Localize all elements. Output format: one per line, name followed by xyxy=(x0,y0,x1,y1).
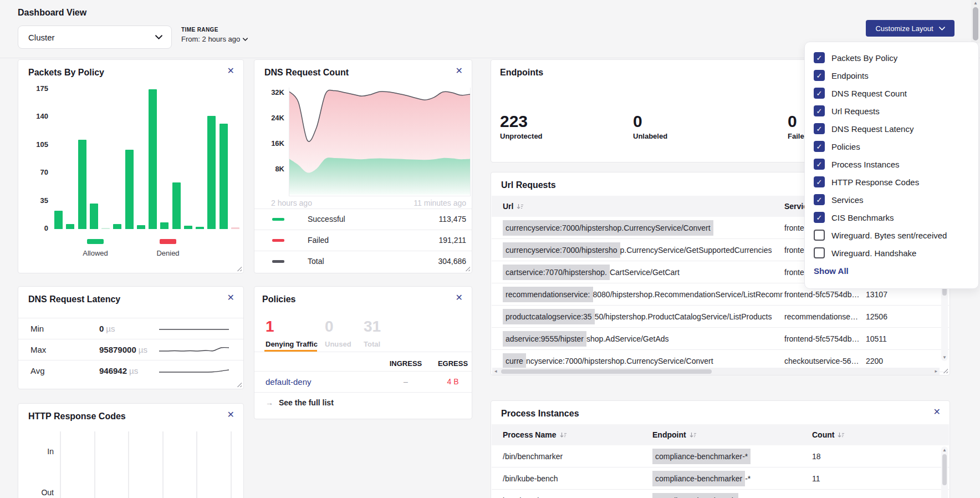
menu-item-endpoints[interactable]: ✓Endpoints xyxy=(805,67,978,84)
checkbox-checked-icon[interactable]: ✓ xyxy=(814,141,825,152)
page-scrollbar[interactable]: ▲ xyxy=(971,0,980,43)
menu-item-dns-request-latency[interactable]: ✓DNS Request Latency xyxy=(805,120,978,138)
resize-handle[interactable] xyxy=(465,266,470,271)
scrollbar-thumb[interactable] xyxy=(501,369,712,374)
checkbox-checked-icon[interactable]: ✓ xyxy=(814,70,825,81)
policy-link-default-deny[interactable]: default-deny xyxy=(266,377,312,387)
legend-label: Successful xyxy=(308,215,345,223)
count-cell: 18 xyxy=(812,445,862,467)
table-row[interactable]: productcatalogservice:3550/hipstershop.P… xyxy=(492,306,949,328)
menu-item-label: DNS Request Count xyxy=(831,89,907,98)
column-header-count[interactable]: Count xyxy=(812,424,845,445)
view-selector-value: Cluster xyxy=(28,33,55,42)
resize-handle[interactable] xyxy=(237,382,242,387)
checkbox-checked-icon[interactable]: ✓ xyxy=(814,212,825,223)
tab-denying-traffic[interactable]: Denying Traffic xyxy=(266,340,318,348)
checkbox-checked-icon[interactable]: ✓ xyxy=(814,176,825,187)
scrollbar-thumb[interactable] xyxy=(942,454,947,485)
checkbox-checked-icon[interactable]: ✓ xyxy=(814,105,825,116)
close-icon[interactable]: ✕ xyxy=(456,293,463,302)
sort-icon[interactable] xyxy=(517,204,524,210)
checkbox-checked-icon[interactable]: ✓ xyxy=(814,194,825,205)
row-label-out: Out xyxy=(32,488,54,497)
menu-item-label: Process Instances xyxy=(831,160,900,169)
vertical-scrollbar[interactable]: ▲ xyxy=(941,446,948,498)
column-header-egress: EGRESS xyxy=(432,359,474,368)
close-icon[interactable]: ✕ xyxy=(933,408,941,416)
close-icon[interactable]: ✕ xyxy=(227,293,234,302)
view-selector[interactable]: Cluster xyxy=(18,26,172,49)
y-axis-label: 105 xyxy=(23,140,48,149)
sort-icon[interactable] xyxy=(838,432,845,438)
table-row[interactable]: /bin/kube-benchcompliance-benchmarker-*1… xyxy=(492,467,949,490)
menu-item-wireguard-bytes-sent-received[interactable]: Wireguard. Bytes sent/received xyxy=(805,226,978,244)
menu-item-label: CIS Benchmarks xyxy=(831,213,894,222)
column-header-endpoint[interactable]: Endpoint xyxy=(652,424,697,445)
table-row[interactable]: benchmarkercompliance-benchmarker-*9 xyxy=(492,490,949,498)
y-axis-label: 70 xyxy=(23,168,48,176)
divider xyxy=(254,392,472,393)
menu-item-process-instances[interactable]: ✓Process Instances xyxy=(805,155,978,173)
tab-unused[interactable]: Unused xyxy=(325,340,351,348)
y-axis-label: 8K xyxy=(259,165,284,173)
scroll-right-arrow-icon[interactable]: ▸ xyxy=(935,368,937,374)
checkbox-checked-icon[interactable]: ✓ xyxy=(814,52,825,63)
menu-item-dns-request-count[interactable]: ✓DNS Request Count xyxy=(805,84,978,102)
latency-value: 0 xyxy=(99,324,104,333)
http-response-codes-card: HTTP Response Codes ✕ In Out xyxy=(18,403,244,498)
url-rest: shop.AdService/GetAds xyxy=(586,334,669,343)
checkbox-unchecked-icon[interactable] xyxy=(814,230,825,241)
resize-handle[interactable] xyxy=(237,266,242,271)
url-highlight: currencyservice:7000/hipstershop.Currenc… xyxy=(503,220,713,236)
table-row[interactable]: adservice:9555/hipstershop.AdService/Get… xyxy=(492,328,949,350)
menu-item-cis-benchmarks[interactable]: ✓CIS Benchmarks xyxy=(805,209,978,226)
checkbox-checked-icon[interactable]: ✓ xyxy=(814,123,825,134)
latency-rows: Min 0µs Max 95879000µs Avg 946942µs xyxy=(18,318,243,381)
column-header-url[interactable]: Url xyxy=(503,196,524,217)
table-row[interactable]: /bin/benchmarkercompliance-benchmarker-*… xyxy=(492,445,949,467)
y-axis-label: 32K xyxy=(259,88,284,96)
checkbox-checked-icon[interactable]: ✓ xyxy=(814,159,825,170)
column-header-ingress: INGRESS xyxy=(384,359,428,368)
count-cell: 10511 xyxy=(866,328,916,349)
checkbox-unchecked-icon[interactable] xyxy=(814,247,825,258)
tab-total[interactable]: Total xyxy=(364,340,380,348)
sort-icon[interactable] xyxy=(560,432,567,438)
legend-swatch xyxy=(272,218,284,221)
process-name-cell: /bin/benchmarker xyxy=(503,445,644,467)
menu-item-label: Wireguard. Bytes sent/received xyxy=(831,231,947,240)
menu-item-policies[interactable]: ✓Policies xyxy=(805,138,978,155)
card-title: Packets By Policy xyxy=(28,68,104,78)
scroll-up-arrow-icon[interactable]: ▲ xyxy=(973,1,978,6)
horizontal-scrollbar[interactable]: ◂ ▸ xyxy=(492,368,940,375)
menu-item-label: Wireguard. Handshake xyxy=(831,248,916,258)
close-icon[interactable]: ✕ xyxy=(227,67,234,75)
scroll-down-arrow-icon[interactable]: ▼ xyxy=(942,355,947,360)
sparkline-max xyxy=(159,346,229,354)
tab-denying-traffic-count: 1 xyxy=(266,319,274,334)
sort-icon[interactable] xyxy=(690,432,697,438)
scroll-up-arrow-icon[interactable]: ▲ xyxy=(942,448,947,453)
menu-item-services[interactable]: ✓Services xyxy=(805,191,978,209)
show-all-link[interactable]: Show All xyxy=(814,266,978,276)
menu-item-packets-by-policy[interactable]: ✓Packets By Policy xyxy=(805,49,978,67)
menu-item-url-requests[interactable]: ✓Url Requests xyxy=(805,102,978,120)
divider xyxy=(254,371,472,372)
resize-handle[interactable] xyxy=(943,368,948,373)
column-header-process-name[interactable]: Process Name xyxy=(503,424,567,445)
legend-row-failed: Failed191,211 xyxy=(254,230,472,251)
menu-item-http-response-codes[interactable]: ✓HTTP Response Codes xyxy=(805,173,978,191)
customize-layout-button[interactable]: Customize Layout xyxy=(866,20,955,37)
close-icon[interactable]: ✕ xyxy=(227,410,234,419)
see-full-list-link[interactable]: → See the full list xyxy=(266,398,334,407)
legend-value: 191,211 xyxy=(438,236,466,245)
endpoints-stat-unlabeled: 0 Unlabeled xyxy=(633,113,667,140)
time-range-value[interactable]: From: 2 hours ago xyxy=(181,35,248,43)
scrollbar-thumb[interactable] xyxy=(973,7,978,40)
scroll-left-arrow-icon[interactable]: ◂ xyxy=(494,368,497,374)
close-icon[interactable]: ✕ xyxy=(456,67,463,75)
checkbox-checked-icon[interactable]: ✓ xyxy=(814,88,825,99)
policies-card: Policies ✕ 1 Denying Traffic 0 Unused 31… xyxy=(254,286,472,419)
menu-item-wireguard-handshake[interactable]: Wireguard. Handshake xyxy=(805,244,978,262)
dns-legend: Successful113,475Failed191,211Total304,6… xyxy=(254,209,472,272)
